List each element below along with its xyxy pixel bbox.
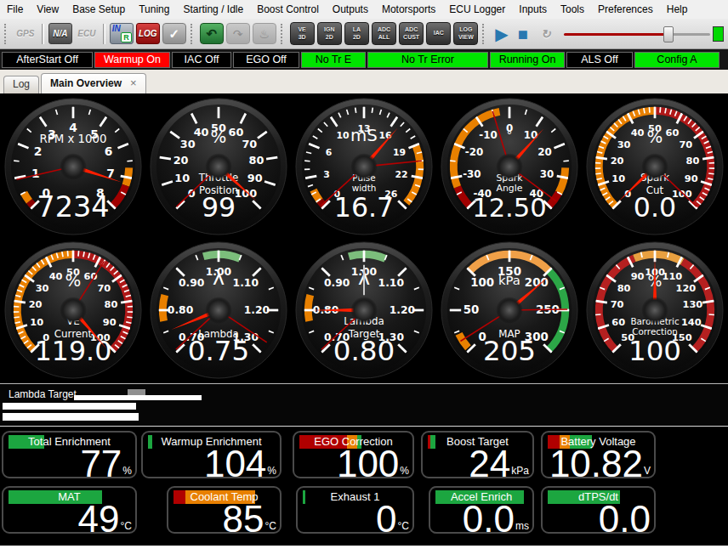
redo-arrow-button-disabled[interactable]: ↷ [226,23,250,44]
indicator-no-tr-error: No Tr Error [367,52,488,68]
svg-text:10: 10 [30,315,43,327]
svg-text:12.50: 12.50 [472,193,547,223]
svg-text:%: % [210,127,226,147]
svg-text:6: 6 [104,144,112,157]
menu-boost-control[interactable]: Boost Control [250,1,326,18]
readout-warmup-enrichment: Warmup Enrichment104% [141,431,282,478]
tool-chip-ve-3d[interactable]: VE3D [290,22,315,45]
svg-text:λ: λ [213,266,225,290]
svg-text:-10: -10 [480,128,498,140]
readout-battery-voltage: Battery Voltage10.82V [541,431,656,478]
burn-button-disabled[interactable]: ♨ [253,23,276,44]
tab-log[interactable]: Log [3,76,39,93]
gps-button[interactable]: GPS [14,23,37,44]
menu-file[interactable]: File [0,1,30,18]
play-button[interactable]: ▶ [492,25,511,42]
svg-text:10: 10 [336,129,350,140]
tool-chip-adc-all[interactable]: ADCALL [372,22,396,45]
gauge-pw: 036101316192226mSPulsewidth16.7 [291,94,436,238]
svg-text:90: 90 [247,171,263,184]
svg-text:80: 80 [686,154,700,166]
readout-mat: MAT49°C [2,486,137,534]
menu-view[interactable]: View [30,1,65,18]
svg-text:10: 10 [174,171,190,184]
loop-button-disabled[interactable]: ↻ [534,23,558,44]
svg-text:30: 30 [179,137,195,150]
readout-value: 0°C [376,501,409,534]
menu-base-setup[interactable]: Base Setup [65,1,132,18]
svg-text:30: 30 [35,281,48,293]
readout-value: 100% [337,445,409,478]
close-tab-icon[interactable]: × [130,76,137,91]
svg-text:1.10: 1.10 [232,277,258,289]
toolbar-separator [103,24,105,44]
svg-text:40: 40 [631,126,645,138]
gauge-map: 050100150200250300kPaMAP205 [437,238,583,382]
svg-text:10: 10 [612,172,626,184]
svg-text:%: % [647,127,663,147]
bar-gauge-panel: Lambda Target [0,383,728,427]
menu-preferences[interactable]: Preferences [591,1,660,18]
svg-text:70: 70 [97,281,111,293]
status-indicator-bar: AfterStart OffWarmup OnIAC OffEGO OffNo … [0,49,728,70]
svg-text:19: 19 [393,146,406,157]
svg-text:0.90: 0.90 [179,277,204,289]
svg-text:16: 16 [378,129,391,140]
readout-unit: V [644,465,651,478]
menu-inputs[interactable]: Inputs [512,1,554,18]
readout-unit: °C [265,520,276,534]
gauge-adv: -40-30-20-10010203040°SparkAngle12.50 [437,94,583,238]
menu-outputs[interactable]: Outputs [326,1,375,18]
check-button[interactable]: ✓ [162,23,186,44]
interface-record-button[interactable]: INR [110,23,134,44]
svg-text:90: 90 [631,269,645,281]
svg-text:22: 22 [395,168,408,179]
menu-tools[interactable]: Tools [554,1,591,18]
readout-total-enrichment: Total Enrichment77% [2,431,137,478]
menu-starting-idle[interactable]: Starting / Idle [176,1,250,18]
svg-text:99: 99 [202,192,236,223]
svg-text:6: 6 [326,146,333,157]
readout-unit: % [122,465,132,478]
menu-tuning[interactable]: Tuning [132,1,176,18]
indicator-warmup-on: Warmup On [94,52,170,68]
gauge-lambda: 0.700.800.901.001.101.201.30λLambda0.75 [145,238,291,382]
tab-main-overview[interactable]: Main Overview× [41,73,146,93]
svg-text:30: 30 [617,138,631,150]
tool-chip-iac[interactable]: IAC [426,22,451,45]
tool-chip-adc-cust[interactable]: ADCCUST [399,22,424,45]
svg-text:110: 110 [663,269,683,281]
svg-text:mS: mS [350,126,378,145]
bar-gauge-2 [3,403,136,410]
readout-dtps-dt: dTPS/dt0.0 [541,486,656,534]
indicator-ego-off: EGO Off [233,52,299,68]
svg-text:70: 70 [611,297,624,309]
tool-chip-la-2d[interactable]: LA2D [344,22,369,45]
menu-help[interactable]: Help [660,1,695,18]
log-position-slider[interactable] [564,25,710,42]
menu-ecu-logger[interactable]: ECU Logger [442,1,512,18]
menu-motorsports[interactable]: Motorsports [375,1,442,18]
readout-value: 10.82V [549,445,651,478]
svg-text:70: 70 [680,138,693,150]
svg-text:20: 20 [173,153,188,166]
svg-text:1.20: 1.20 [390,303,415,315]
svg-text:90: 90 [102,315,116,327]
na-button[interactable]: N/A [48,23,72,44]
slider-thumb[interactable] [663,26,674,42]
stop-button[interactable]: ■ [515,25,532,42]
svg-text:1.10: 1.10 [378,277,404,289]
svg-text:7234: 7234 [37,190,109,223]
tool-chip-ign-2d[interactable]: IGN2D [317,22,342,45]
svg-text:40: 40 [48,269,62,281]
svg-text:1.20: 1.20 [244,303,270,315]
readout-value: 24kPa [469,445,529,478]
bar-gauge-3 [3,413,139,421]
readout-unit: °C [398,520,409,534]
ecu-button[interactable]: ECU [75,23,99,44]
tool-chip-log-view[interactable]: LOGVIEW [453,22,478,45]
readout-value: 104% [204,445,276,478]
log-button[interactable]: LOG [136,23,160,44]
svg-text:0.80: 0.80 [333,335,395,367]
undo-arrow-button[interactable]: ↶ [200,23,224,44]
